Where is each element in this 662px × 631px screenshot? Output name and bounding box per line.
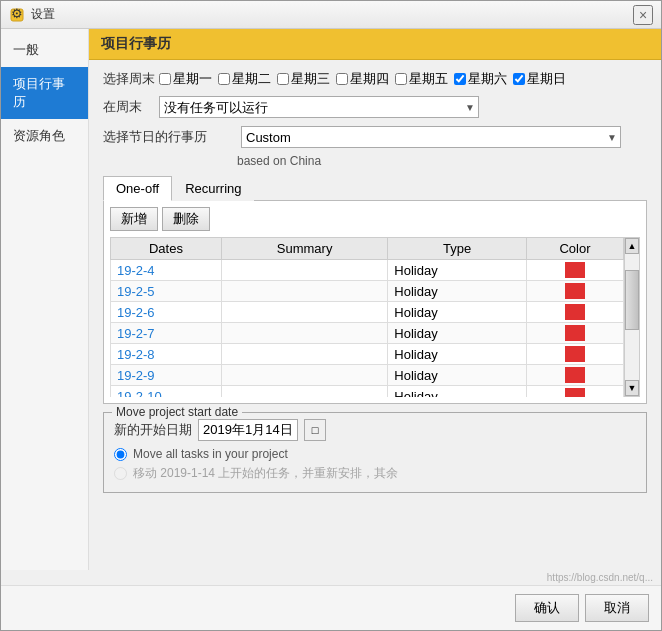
cell-color[interactable] — [526, 281, 623, 302]
svg-text:⚙: ⚙ — [11, 7, 23, 21]
confirm-button[interactable]: 确认 — [515, 594, 579, 622]
settings-window: ⚙ 设置 × 一般 项目行事历 资源角色 项目行事历 选择周末 — [0, 0, 662, 631]
checkbox-tuesday[interactable]: 星期二 — [218, 70, 271, 88]
sidebar-item-project-calendar[interactable]: 项目行事历 — [1, 67, 88, 119]
cell-color[interactable] — [526, 365, 623, 386]
footer-area: https://blog.csdn.net/q... 确认 取消 — [1, 570, 661, 630]
sidebar: 一般 项目行事历 资源角色 — [1, 29, 89, 570]
checkbox-friday[interactable]: 星期五 — [395, 70, 448, 88]
tab-bar: One-off Recurring — [103, 176, 647, 201]
checkbox-sunday-input[interactable] — [513, 73, 525, 85]
watermark: https://blog.csdn.net/q... — [1, 570, 661, 585]
section-header: 项目行事历 — [89, 29, 661, 60]
cell-date: 19-2-6 — [111, 302, 222, 323]
checkbox-friday-input[interactable] — [395, 73, 407, 85]
main-content: 一般 项目行事历 资源角色 项目行事历 选择周末 星期一 — [1, 29, 661, 570]
table-row[interactable]: 19-2-9 Holiday — [111, 365, 624, 386]
cell-type: Holiday — [388, 323, 527, 344]
col-header-type: Type — [388, 238, 527, 260]
cell-color[interactable] — [526, 323, 623, 344]
holiday-label: 选择节日的行事历 — [103, 128, 233, 146]
delete-button[interactable]: 删除 — [162, 207, 210, 231]
checkbox-tuesday-label: 星期二 — [232, 70, 271, 88]
tabs-container: One-off Recurring 新增 删除 — [103, 176, 647, 404]
col-header-dates: Dates — [111, 238, 222, 260]
move-section: Move project start date 新的开始日期 □ Move al… — [103, 412, 647, 493]
radio-move-partial[interactable] — [114, 467, 127, 480]
cell-summary — [221, 281, 387, 302]
cell-date: 19-2-4 — [111, 260, 222, 281]
table-row[interactable]: 19-2-5 Holiday — [111, 281, 624, 302]
scrollbar[interactable]: ▲ ▼ — [624, 237, 640, 397]
scroll-up-arrow[interactable]: ▲ — [625, 238, 639, 254]
move-section-legend: Move project start date — [112, 405, 242, 419]
checkbox-wednesday[interactable]: 星期三 — [277, 70, 330, 88]
cell-summary — [221, 344, 387, 365]
weekend-label: 选择周末 — [103, 70, 159, 88]
radio-move-all[interactable] — [114, 448, 127, 461]
cell-color[interactable] — [526, 386, 623, 398]
tab-one-off[interactable]: One-off — [103, 176, 172, 201]
sidebar-item-general[interactable]: 一般 — [1, 33, 88, 67]
titlebar: ⚙ 设置 × — [1, 1, 661, 29]
toolbar: 新增 删除 — [110, 207, 640, 231]
tab-recurring[interactable]: Recurring — [172, 176, 254, 201]
calendar-button[interactable]: □ — [304, 419, 326, 441]
cell-type: Holiday — [388, 365, 527, 386]
add-button[interactable]: 新增 — [110, 207, 158, 231]
based-on-text: based on China — [237, 154, 647, 168]
checkbox-friday-label: 星期五 — [409, 70, 448, 88]
cell-type: Holiday — [388, 344, 527, 365]
on-weekend-select[interactable]: 没有任务可以运行 — [159, 96, 479, 118]
checkbox-monday-input[interactable] — [159, 73, 171, 85]
cancel-button[interactable]: 取消 — [585, 594, 649, 622]
checkbox-monday[interactable]: 星期一 — [159, 70, 212, 88]
scroll-down-arrow[interactable]: ▼ — [625, 380, 639, 396]
checkbox-thursday-input[interactable] — [336, 73, 348, 85]
checkbox-tuesday-input[interactable] — [218, 73, 230, 85]
sidebar-item-resource-roles[interactable]: 资源角色 — [1, 119, 88, 153]
weekday-checkboxes: 星期一 星期二 星期三 星期四 — [159, 70, 566, 88]
checkbox-thursday-label: 星期四 — [350, 70, 389, 88]
cell-color[interactable] — [526, 260, 623, 281]
cell-date: 19-2-7 — [111, 323, 222, 344]
holiday-row: 选择节日的行事历 Custom ▼ — [103, 126, 647, 148]
radio-move-partial-label: 移动 2019-1-14 上开始的任务，并重新安排，其余 — [133, 465, 398, 482]
holiday-select-wrapper: Custom ▼ — [241, 126, 621, 148]
col-header-summary: Summary — [221, 238, 387, 260]
app-icon: ⚙ — [9, 7, 25, 23]
cell-summary — [221, 260, 387, 281]
cell-summary — [221, 386, 387, 398]
date-row: 新的开始日期 □ — [114, 419, 636, 441]
checkbox-saturday[interactable]: 星期六 — [454, 70, 507, 88]
table-scroll[interactable]: Dates Summary Type Color 19-2-4 Holid — [110, 237, 624, 397]
cell-color[interactable] — [526, 344, 623, 365]
cell-type: Holiday — [388, 260, 527, 281]
scroll-thumb[interactable] — [625, 270, 639, 330]
on-weekend-label: 在周末 — [103, 98, 159, 116]
close-button[interactable]: × — [633, 5, 653, 25]
table-row[interactable]: 19-2-7 Holiday — [111, 323, 624, 344]
checkbox-thursday[interactable]: 星期四 — [336, 70, 389, 88]
cell-summary — [221, 302, 387, 323]
table-row[interactable]: 19-2-6 Holiday — [111, 302, 624, 323]
cell-date: 19-2-5 — [111, 281, 222, 302]
date-input[interactable] — [198, 419, 298, 441]
checkbox-sunday[interactable]: 星期日 — [513, 70, 566, 88]
on-weekend-select-wrapper: 没有任务可以运行 ▼ — [159, 96, 479, 118]
checkbox-wednesday-input[interactable] — [277, 73, 289, 85]
radio-move-all-label: Move all tasks in your project — [133, 447, 288, 461]
cell-color[interactable] — [526, 302, 623, 323]
tab-content: 新增 删除 Dates Summary — [103, 201, 647, 404]
col-header-color: Color — [526, 238, 623, 260]
checkbox-saturday-input[interactable] — [454, 73, 466, 85]
cell-date: 19-2-10 — [111, 386, 222, 398]
radio-row-2: 移动 2019-1-14 上开始的任务，并重新安排，其余 — [114, 465, 636, 482]
holiday-select[interactable]: Custom — [241, 126, 621, 148]
table-row[interactable]: 19-2-4 Holiday — [111, 260, 624, 281]
table-wrapper: Dates Summary Type Color 19-2-4 Holid — [110, 237, 640, 397]
main-panel: 项目行事历 选择周末 星期一 星期二 — [89, 29, 661, 570]
checkbox-wednesday-label: 星期三 — [291, 70, 330, 88]
table-row[interactable]: 19-2-10 Holiday — [111, 386, 624, 398]
table-row[interactable]: 19-2-8 Holiday — [111, 344, 624, 365]
